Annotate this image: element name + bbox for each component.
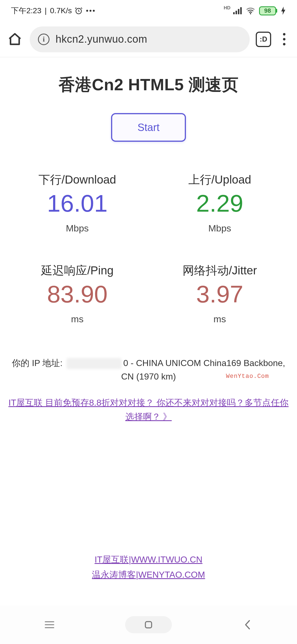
metric-unit: ms bbox=[213, 314, 226, 324]
footer-link-wenytao-url[interactable]: WENYTAO.COM bbox=[138, 570, 205, 580]
metric-unit: ms bbox=[71, 314, 83, 324]
tabs-button-label: :D bbox=[260, 35, 267, 43]
ip-masked bbox=[67, 358, 122, 369]
metric-value: 16.01 bbox=[47, 190, 108, 217]
ip-info: 你的 IP 地址: 0 - CHINA UNICOM China169 Back… bbox=[6, 356, 291, 384]
metric-upload: 上行/Upload 2.29 Mbps bbox=[148, 172, 291, 234]
home-button[interactable] bbox=[6, 31, 24, 48]
metric-ping: 延迟响应/Ping 83.90 ms bbox=[6, 263, 148, 324]
metric-label: 网络抖动/Jitter bbox=[183, 263, 257, 278]
promo-link[interactable]: IT屋互联 目前免预存8.8折对对对接？ 你还不来对对对接吗？多节点任你选择啊？… bbox=[9, 398, 289, 422]
status-right: HD 98 bbox=[224, 6, 285, 15]
metric-download: 下行/Download 16.01 Mbps bbox=[6, 172, 148, 234]
page-content: 香港Cn2 HTML5 测速页 Start 下行/Download 16.01 … bbox=[0, 57, 297, 582]
nav-recents-button[interactable] bbox=[26, 615, 73, 634]
address-bar[interactable]: i hkcn2.yunwuo.com bbox=[30, 26, 250, 52]
footer-link-itwuo-url[interactable]: WWW.ITWUO.CN bbox=[131, 555, 202, 564]
site-info-icon[interactable]: i bbox=[38, 34, 50, 45]
metric-value: 3.97 bbox=[196, 281, 243, 308]
clock-text: 下午2:23 bbox=[11, 6, 42, 16]
svg-rect-12 bbox=[145, 622, 152, 628]
svg-point-3 bbox=[93, 10, 95, 12]
battery-percent: 98 bbox=[264, 7, 271, 14]
start-button-label: Start bbox=[138, 122, 160, 133]
svg-rect-4 bbox=[233, 12, 235, 14]
browser-menu-button[interactable] bbox=[277, 31, 291, 48]
system-nav-bar bbox=[0, 605, 297, 644]
svg-point-1 bbox=[86, 10, 88, 12]
svg-point-8 bbox=[250, 13, 251, 14]
nav-home-button[interactable] bbox=[125, 616, 172, 633]
alarm-icon bbox=[75, 7, 83, 15]
metric-value: 2.29 bbox=[196, 190, 243, 217]
svg-rect-6 bbox=[238, 9, 239, 14]
status-bar: 下午2:23 | 0.7K/s HD 98 bbox=[0, 0, 297, 21]
hd-indicator: HD bbox=[224, 5, 230, 11]
browser-toolbar: i hkcn2.yunwuo.com :D bbox=[0, 21, 297, 57]
ip-tail: 0 bbox=[123, 358, 128, 368]
metric-jitter: 网络抖动/Jitter 3.97 ms bbox=[148, 263, 291, 324]
metrics-grid: 下行/Download 16.01 Mbps 上行/Upload 2.29 Mb… bbox=[6, 172, 291, 324]
cellular-signal-icon bbox=[233, 7, 242, 14]
metric-unit: Mbps bbox=[208, 223, 231, 234]
url-text: hkcn2.yunwuo.com bbox=[56, 33, 147, 45]
svg-rect-7 bbox=[240, 7, 242, 14]
metric-label: 延迟响应/Ping bbox=[41, 263, 114, 278]
footer-link-wenytao[interactable]: 温永涛博客 bbox=[92, 570, 136, 580]
metric-label: 下行/Download bbox=[38, 172, 116, 187]
metric-unit: Mbps bbox=[66, 223, 89, 234]
wifi-icon bbox=[246, 7, 255, 14]
metric-label: 上行/Upload bbox=[188, 172, 251, 187]
network-speed: 0.7K/s bbox=[50, 6, 72, 15]
more-horizontal-icon bbox=[86, 9, 95, 12]
svg-point-2 bbox=[90, 10, 92, 12]
svg-rect-5 bbox=[236, 11, 237, 14]
tabs-button[interactable]: :D bbox=[256, 32, 271, 47]
footer-link-itwuo[interactable]: IT屋互联 bbox=[95, 555, 129, 564]
page-title: 香港Cn2 HTML5 测速页 bbox=[6, 74, 291, 96]
promo-banner: IT屋互联 目前免预存8.8折对对对接？ 你还不来对对对接吗？多节点任你选择啊？… bbox=[6, 396, 291, 424]
start-button[interactable]: Start bbox=[111, 113, 186, 142]
battery-indicator: 98 bbox=[259, 6, 277, 15]
status-left: 下午2:23 | 0.7K/s bbox=[11, 6, 95, 16]
footer-links: IT屋互联|WWW.ITWUO.CN 温永涛博客|WENYTAO.COM bbox=[6, 552, 291, 582]
watermark-text: WenYtao.Com bbox=[226, 372, 269, 381]
ip-prefix: 你的 IP 地址: bbox=[12, 358, 62, 368]
separator: | bbox=[45, 6, 47, 15]
metric-value: 83.90 bbox=[47, 281, 108, 308]
charging-icon bbox=[281, 7, 285, 15]
nav-back-button[interactable] bbox=[224, 615, 271, 634]
